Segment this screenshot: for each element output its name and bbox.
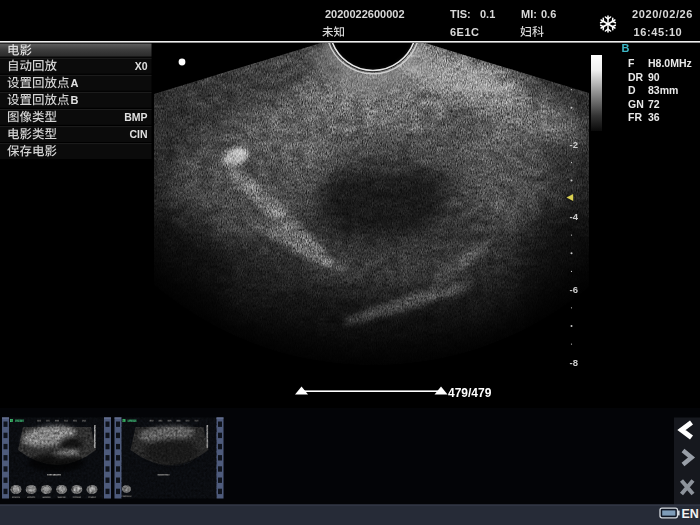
svg-text:36: 36 [648, 111, 660, 123]
svg-text:16:45:10: 16:45:10 [634, 26, 683, 38]
svg-text:72: 72 [648, 98, 660, 110]
svg-text:FR: FR [628, 111, 642, 123]
svg-text:479/479: 479/479 [448, 386, 492, 400]
svg-text:2020022600002: 2020022600002 [325, 8, 405, 20]
svg-text:EN: EN [682, 507, 699, 521]
svg-text:D: D [628, 84, 636, 96]
svg-text:TIS:: TIS: [450, 8, 471, 20]
svg-text:6E1C: 6E1C [450, 26, 480, 38]
svg-text:2020/02/26: 2020/02/26 [632, 8, 693, 20]
svg-text:-4: -4 [570, 211, 579, 222]
svg-text:BMP: BMP [124, 111, 147, 123]
svg-text:H8.0MHz: H8.0MHz [648, 57, 692, 69]
svg-text:F: F [628, 57, 635, 69]
svg-text:X0: X0 [135, 60, 148, 72]
svg-text:DR: DR [628, 71, 644, 83]
svg-text:CIN: CIN [129, 128, 147, 140]
svg-text:83mm: 83mm [648, 84, 678, 96]
svg-text:90: 90 [648, 71, 660, 83]
svg-text:-6: -6 [570, 284, 578, 295]
svg-text:MI:: MI: [521, 8, 537, 20]
svg-text:0.1: 0.1 [480, 8, 495, 20]
svg-text:0.6: 0.6 [541, 8, 556, 20]
svg-text:B: B [71, 94, 79, 106]
svg-text:GN: GN [628, 98, 644, 110]
svg-text:-2: -2 [570, 139, 578, 150]
svg-text:-8: -8 [570, 357, 578, 368]
svg-text:A: A [71, 77, 79, 89]
svg-text:B: B [622, 42, 630, 54]
